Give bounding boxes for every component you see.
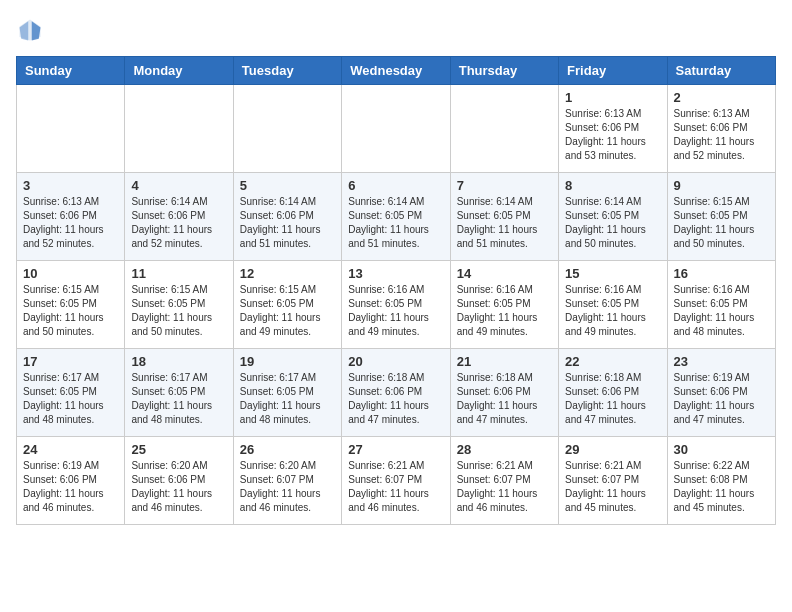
calendar-day-cell: 25Sunrise: 6:20 AM Sunset: 6:06 PM Dayli…: [125, 437, 233, 525]
weekday-header: Sunday: [17, 57, 125, 85]
calendar-header: SundayMondayTuesdayWednesdayThursdayFrid…: [17, 57, 776, 85]
calendar-day-cell: 14Sunrise: 6:16 AM Sunset: 6:05 PM Dayli…: [450, 261, 558, 349]
day-info: Sunrise: 6:17 AM Sunset: 6:05 PM Dayligh…: [240, 371, 335, 427]
calendar-day-cell: 18Sunrise: 6:17 AM Sunset: 6:05 PM Dayli…: [125, 349, 233, 437]
calendar-day-cell: 24Sunrise: 6:19 AM Sunset: 6:06 PM Dayli…: [17, 437, 125, 525]
day-number: 14: [457, 266, 552, 281]
day-info: Sunrise: 6:20 AM Sunset: 6:07 PM Dayligh…: [240, 459, 335, 515]
day-info: Sunrise: 6:14 AM Sunset: 6:06 PM Dayligh…: [131, 195, 226, 251]
calendar-week-row: 10Sunrise: 6:15 AM Sunset: 6:05 PM Dayli…: [17, 261, 776, 349]
weekday-header: Saturday: [667, 57, 775, 85]
day-info: Sunrise: 6:18 AM Sunset: 6:06 PM Dayligh…: [565, 371, 660, 427]
calendar-day-cell: 3Sunrise: 6:13 AM Sunset: 6:06 PM Daylig…: [17, 173, 125, 261]
day-info: Sunrise: 6:14 AM Sunset: 6:05 PM Dayligh…: [457, 195, 552, 251]
calendar-day-cell: 7Sunrise: 6:14 AM Sunset: 6:05 PM Daylig…: [450, 173, 558, 261]
calendar-week-row: 1Sunrise: 6:13 AM Sunset: 6:06 PM Daylig…: [17, 85, 776, 173]
calendar-day-cell: 13Sunrise: 6:16 AM Sunset: 6:05 PM Dayli…: [342, 261, 450, 349]
day-number: 4: [131, 178, 226, 193]
calendar-day-cell: 4Sunrise: 6:14 AM Sunset: 6:06 PM Daylig…: [125, 173, 233, 261]
calendar-week-row: 24Sunrise: 6:19 AM Sunset: 6:06 PM Dayli…: [17, 437, 776, 525]
calendar-day-cell: 5Sunrise: 6:14 AM Sunset: 6:06 PM Daylig…: [233, 173, 341, 261]
day-number: 23: [674, 354, 769, 369]
calendar-day-cell: 30Sunrise: 6:22 AM Sunset: 6:08 PM Dayli…: [667, 437, 775, 525]
day-info: Sunrise: 6:17 AM Sunset: 6:05 PM Dayligh…: [131, 371, 226, 427]
day-number: 30: [674, 442, 769, 457]
calendar-day-cell: 16Sunrise: 6:16 AM Sunset: 6:05 PM Dayli…: [667, 261, 775, 349]
day-info: Sunrise: 6:13 AM Sunset: 6:06 PM Dayligh…: [23, 195, 118, 251]
day-info: Sunrise: 6:21 AM Sunset: 6:07 PM Dayligh…: [457, 459, 552, 515]
day-number: 11: [131, 266, 226, 281]
calendar-day-cell: 15Sunrise: 6:16 AM Sunset: 6:05 PM Dayli…: [559, 261, 667, 349]
day-info: Sunrise: 6:20 AM Sunset: 6:06 PM Dayligh…: [131, 459, 226, 515]
day-info: Sunrise: 6:16 AM Sunset: 6:05 PM Dayligh…: [348, 283, 443, 339]
day-number: 25: [131, 442, 226, 457]
calendar-day-cell: 2Sunrise: 6:13 AM Sunset: 6:06 PM Daylig…: [667, 85, 775, 173]
day-info: Sunrise: 6:15 AM Sunset: 6:05 PM Dayligh…: [23, 283, 118, 339]
calendar-day-cell: 28Sunrise: 6:21 AM Sunset: 6:07 PM Dayli…: [450, 437, 558, 525]
calendar-day-cell: 23Sunrise: 6:19 AM Sunset: 6:06 PM Dayli…: [667, 349, 775, 437]
calendar-day-cell: [450, 85, 558, 173]
calendar-day-cell: 17Sunrise: 6:17 AM Sunset: 6:05 PM Dayli…: [17, 349, 125, 437]
day-info: Sunrise: 6:21 AM Sunset: 6:07 PM Dayligh…: [565, 459, 660, 515]
day-info: Sunrise: 6:18 AM Sunset: 6:06 PM Dayligh…: [457, 371, 552, 427]
day-info: Sunrise: 6:16 AM Sunset: 6:05 PM Dayligh…: [457, 283, 552, 339]
day-info: Sunrise: 6:16 AM Sunset: 6:05 PM Dayligh…: [565, 283, 660, 339]
calendar-day-cell: 12Sunrise: 6:15 AM Sunset: 6:05 PM Dayli…: [233, 261, 341, 349]
day-info: Sunrise: 6:13 AM Sunset: 6:06 PM Dayligh…: [565, 107, 660, 163]
day-number: 27: [348, 442, 443, 457]
day-number: 22: [565, 354, 660, 369]
day-number: 1: [565, 90, 660, 105]
day-number: 8: [565, 178, 660, 193]
day-number: 2: [674, 90, 769, 105]
day-number: 29: [565, 442, 660, 457]
day-number: 5: [240, 178, 335, 193]
calendar-body: 1Sunrise: 6:13 AM Sunset: 6:06 PM Daylig…: [17, 85, 776, 525]
day-number: 10: [23, 266, 118, 281]
day-number: 15: [565, 266, 660, 281]
calendar-day-cell: 10Sunrise: 6:15 AM Sunset: 6:05 PM Dayli…: [17, 261, 125, 349]
day-number: 18: [131, 354, 226, 369]
day-info: Sunrise: 6:18 AM Sunset: 6:06 PM Dayligh…: [348, 371, 443, 427]
day-number: 12: [240, 266, 335, 281]
day-info: Sunrise: 6:15 AM Sunset: 6:05 PM Dayligh…: [131, 283, 226, 339]
calendar-day-cell: 20Sunrise: 6:18 AM Sunset: 6:06 PM Dayli…: [342, 349, 450, 437]
calendar-day-cell: 19Sunrise: 6:17 AM Sunset: 6:05 PM Dayli…: [233, 349, 341, 437]
day-info: Sunrise: 6:13 AM Sunset: 6:06 PM Dayligh…: [674, 107, 769, 163]
day-info: Sunrise: 6:17 AM Sunset: 6:05 PM Dayligh…: [23, 371, 118, 427]
day-info: Sunrise: 6:19 AM Sunset: 6:06 PM Dayligh…: [23, 459, 118, 515]
day-info: Sunrise: 6:21 AM Sunset: 6:07 PM Dayligh…: [348, 459, 443, 515]
day-info: Sunrise: 6:15 AM Sunset: 6:05 PM Dayligh…: [674, 195, 769, 251]
weekday-header: Wednesday: [342, 57, 450, 85]
day-number: 9: [674, 178, 769, 193]
day-number: 6: [348, 178, 443, 193]
day-number: 21: [457, 354, 552, 369]
day-number: 17: [23, 354, 118, 369]
weekday-header: Thursday: [450, 57, 558, 85]
day-info: Sunrise: 6:14 AM Sunset: 6:05 PM Dayligh…: [348, 195, 443, 251]
day-info: Sunrise: 6:14 AM Sunset: 6:06 PM Dayligh…: [240, 195, 335, 251]
calendar-table: SundayMondayTuesdayWednesdayThursdayFrid…: [16, 56, 776, 525]
calendar-day-cell: [17, 85, 125, 173]
day-number: 20: [348, 354, 443, 369]
weekday-header: Tuesday: [233, 57, 341, 85]
calendar-day-cell: [125, 85, 233, 173]
calendar-day-cell: 1Sunrise: 6:13 AM Sunset: 6:06 PM Daylig…: [559, 85, 667, 173]
day-info: Sunrise: 6:15 AM Sunset: 6:05 PM Dayligh…: [240, 283, 335, 339]
day-info: Sunrise: 6:22 AM Sunset: 6:08 PM Dayligh…: [674, 459, 769, 515]
weekday-row: SundayMondayTuesdayWednesdayThursdayFrid…: [17, 57, 776, 85]
logo-icon: [16, 16, 44, 44]
day-info: Sunrise: 6:16 AM Sunset: 6:05 PM Dayligh…: [674, 283, 769, 339]
calendar-day-cell: 21Sunrise: 6:18 AM Sunset: 6:06 PM Dayli…: [450, 349, 558, 437]
calendar-day-cell: 22Sunrise: 6:18 AM Sunset: 6:06 PM Dayli…: [559, 349, 667, 437]
calendar-day-cell: 11Sunrise: 6:15 AM Sunset: 6:05 PM Dayli…: [125, 261, 233, 349]
logo: [16, 16, 48, 44]
calendar-day-cell: 9Sunrise: 6:15 AM Sunset: 6:05 PM Daylig…: [667, 173, 775, 261]
day-number: 28: [457, 442, 552, 457]
weekday-header: Monday: [125, 57, 233, 85]
day-number: 16: [674, 266, 769, 281]
day-number: 26: [240, 442, 335, 457]
weekday-header: Friday: [559, 57, 667, 85]
calendar-day-cell: 26Sunrise: 6:20 AM Sunset: 6:07 PM Dayli…: [233, 437, 341, 525]
day-info: Sunrise: 6:19 AM Sunset: 6:06 PM Dayligh…: [674, 371, 769, 427]
calendar-day-cell: [233, 85, 341, 173]
